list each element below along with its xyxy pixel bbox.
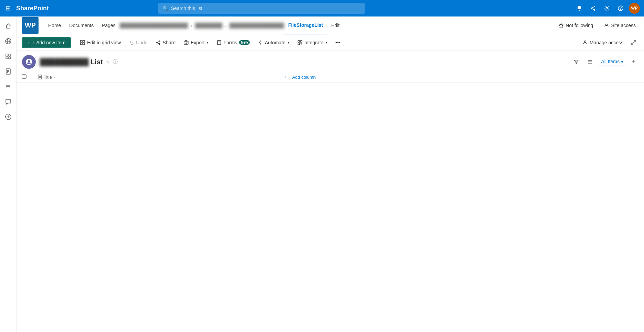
nav-item-filestoragelist[interactable]: FileStorageList: [284, 16, 327, 34]
svg-point-47: [584, 41, 586, 42]
add-column-header[interactable]: + + Add column: [279, 71, 644, 83]
top-bar-actions: WP: [574, 3, 640, 14]
export-label: Export: [191, 40, 204, 45]
view-toggle-icon[interactable]: [584, 56, 595, 67]
edit-grid-view-button[interactable]: Edit in grid view: [77, 38, 124, 47]
title-column-header[interactable]: Title ▾: [32, 71, 279, 83]
manage-access-label: Manage access: [590, 40, 623, 45]
export-chevron-icon: ▾: [207, 41, 208, 44]
all-items-button[interactable]: All Items ▾: [598, 57, 626, 66]
forms-new-badge: New: [239, 40, 250, 45]
add-column-label: + Add column: [289, 75, 316, 80]
site-nav: Home Documents Pages ███████████████████…: [44, 16, 556, 34]
nav-item-documents[interactable]: Documents: [65, 16, 98, 34]
app-title: SharePoint: [16, 5, 49, 12]
svg-rect-30: [83, 43, 85, 45]
main-content: WP Home Documents Pages ████████████████…: [17, 16, 644, 332]
svg-line-34: [157, 42, 159, 42]
filter-icon[interactable]: [571, 56, 582, 67]
avatar[interactable]: WP: [629, 3, 640, 14]
not-following-button[interactable]: Not following: [556, 21, 596, 30]
site-header-right: Not following Site access: [556, 21, 638, 30]
svg-rect-29: [80, 43, 82, 45]
expand-button[interactable]: [629, 38, 638, 47]
more-button[interactable]: •••: [332, 38, 344, 47]
left-sidebar: [0, 16, 17, 332]
table-header-row: Title ▾ + + Add column: [17, 71, 644, 83]
share-icon[interactable]: [588, 3, 599, 14]
checkbox-header[interactable]: [17, 71, 32, 83]
undo-button[interactable]: Undo: [126, 38, 151, 47]
svg-point-7: [620, 10, 621, 10]
select-all-checkbox[interactable]: [22, 74, 26, 79]
search-bar[interactable]: 🔍: [158, 3, 365, 14]
sidebar-item-add[interactable]: [1, 110, 15, 124]
favorite-star-icon[interactable]: ☆: [106, 59, 110, 65]
search-icon: 🔍: [162, 5, 168, 11]
export-button[interactable]: Export ▾: [180, 38, 212, 47]
forms-label: Forms: [224, 40, 237, 45]
svg-rect-44: [298, 43, 300, 45]
list-info-icon[interactable]: ⓘ: [113, 59, 118, 65]
notification-icon[interactable]: [574, 3, 585, 14]
svg-rect-11: [6, 54, 8, 56]
svg-rect-27: [80, 41, 82, 42]
svg-point-2: [594, 9, 595, 11]
svg-rect-12: [9, 54, 11, 56]
svg-rect-43: [300, 41, 302, 42]
integrate-button[interactable]: Integrate ▾: [294, 38, 331, 47]
site-access-button[interactable]: Site access: [601, 21, 638, 30]
all-items-chevron-icon: ▾: [621, 59, 623, 64]
automate-chevron-icon: ▾: [288, 41, 289, 44]
add-new-item-label: + Add new item: [32, 40, 65, 45]
site-logo: WP: [22, 17, 39, 34]
add-icon: +: [28, 40, 30, 45]
toolbar: + + Add new item Edit in grid view Undo …: [17, 34, 644, 51]
breadcrumb-item-3: ████████████████: [229, 23, 284, 28]
top-bar: ⊞ SharePoint 🔍 WP: [0, 0, 644, 16]
list-title-suffix: List: [90, 58, 103, 66]
waffle-icon[interactable]: ⊞: [4, 3, 12, 13]
share-label: Share: [163, 40, 175, 45]
help-icon[interactable]: [615, 3, 626, 14]
svg-rect-42: [298, 41, 300, 42]
share-button[interactable]: Share: [152, 38, 179, 47]
list-header: ██████████ List ☆ ⓘ All Items ▾ +: [17, 51, 644, 69]
settings-icon[interactable]: [601, 3, 612, 14]
forms-button[interactable]: Forms New: [213, 38, 253, 47]
svg-point-1: [591, 8, 592, 9]
sidebar-item-conversations[interactable]: [1, 95, 15, 109]
breadcrumb-item-1: ████████████████████: [120, 23, 188, 28]
automate-button[interactable]: Automate ▾: [255, 38, 293, 47]
title-column-label: Title: [44, 75, 52, 80]
svg-rect-14: [9, 57, 11, 59]
add-new-item-button[interactable]: + + Add new item: [22, 37, 71, 48]
svg-rect-51: [38, 75, 42, 79]
breadcrumb-item-2: ████████: [195, 23, 222, 28]
integrate-label: Integrate: [304, 40, 323, 45]
add-view-button[interactable]: +: [629, 57, 638, 67]
svg-point-0: [594, 6, 595, 7]
svg-point-5: [606, 8, 608, 9]
manage-access-button[interactable]: Manage access: [580, 38, 626, 47]
toolbar-separator-1: [74, 39, 74, 46]
undo-label: Undo: [136, 40, 147, 45]
nav-item-pages[interactable]: Pages: [98, 16, 120, 34]
sidebar-item-sites[interactable]: [1, 34, 15, 48]
list-view-controls: All Items ▾ +: [571, 56, 638, 67]
list-title-area: ██████████ List: [40, 58, 103, 66]
edit-grid-view-label: Edit in grid view: [87, 40, 121, 45]
nav-item-edit[interactable]: Edit: [327, 16, 344, 34]
all-items-label: All Items: [601, 59, 620, 64]
add-column-icon: +: [285, 75, 287, 80]
avatar-initials: WP: [631, 6, 637, 11]
sidebar-item-lists[interactable]: [1, 80, 15, 93]
sidebar-item-pages[interactable]: [1, 65, 15, 78]
nav-item-home[interactable]: Home: [44, 16, 65, 34]
sidebar-item-home[interactable]: [1, 19, 15, 33]
svg-line-35: [157, 43, 159, 44]
list-title-blurred: ██████████: [40, 58, 89, 66]
sidebar-item-content[interactable]: [1, 49, 15, 63]
svg-point-31: [159, 41, 160, 42]
search-input[interactable]: [171, 5, 361, 11]
